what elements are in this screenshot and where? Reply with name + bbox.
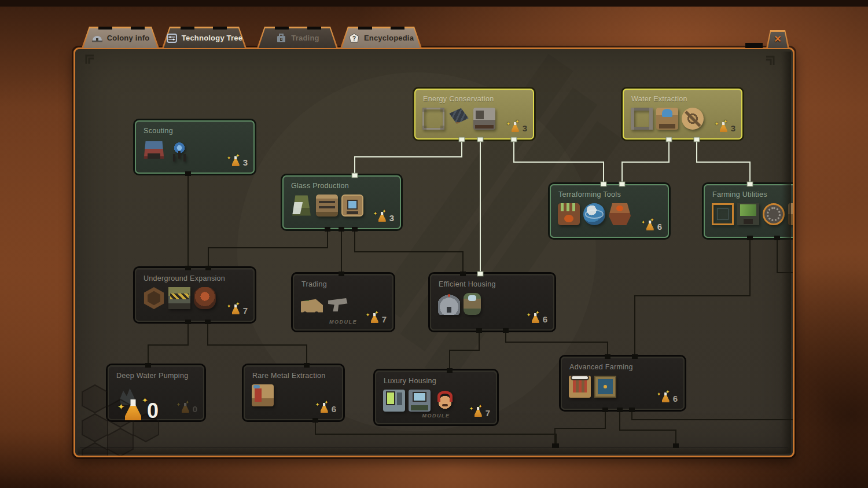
tech-connection xyxy=(632,410,794,420)
tech-connection xyxy=(697,140,750,184)
science-flask-icon xyxy=(125,399,141,420)
tech-node-luxury-housing[interactable]: Luxury HousingMODULE7 xyxy=(375,370,497,424)
tech-node-title: Deep Water Pumping xyxy=(116,372,188,380)
orange-frame-icon xyxy=(712,203,734,225)
tech-connection xyxy=(635,238,750,357)
tech-node-icons xyxy=(301,293,348,315)
tech-node-underground-expansion[interactable]: Underground Expansion7 xyxy=(135,268,255,322)
research-cost: 3 xyxy=(232,156,248,168)
research-cost-value: 6 xyxy=(543,314,547,324)
science-flask-icon xyxy=(532,313,539,323)
panel-right-shade xyxy=(781,52,791,453)
tech-node-efficient-housing[interactable]: Efficient Housing6 xyxy=(430,274,554,331)
water-wheel-icon xyxy=(682,108,704,130)
tech-node-icons xyxy=(290,195,363,217)
science-flask-icon xyxy=(232,304,240,314)
science-flask-icon xyxy=(371,313,378,323)
research-cost: 6 xyxy=(662,392,678,405)
science-flask-icon xyxy=(182,403,189,413)
tech-node-title: Efficient Housing xyxy=(439,280,496,288)
tech-connection xyxy=(620,410,676,446)
science-points-value: 0 xyxy=(147,399,159,423)
tech-node-terraforming-tools[interactable]: Terraforming Tools6 xyxy=(550,184,669,238)
scanner-icon xyxy=(326,293,348,315)
science-flask-icon xyxy=(232,156,240,166)
research-cost: 6 xyxy=(321,403,336,415)
tech-node-title: Scouting xyxy=(144,127,173,135)
tech-connection xyxy=(622,140,669,184)
tech-node-icons xyxy=(422,108,495,130)
research-cost-value: 3 xyxy=(523,123,527,133)
tech-node-title: Terraforming Tools xyxy=(558,190,621,199)
drill-rig-icon xyxy=(168,287,190,309)
tab-technology-tree[interactable]: Technology Tree xyxy=(162,27,247,48)
ore-pot-icon xyxy=(194,287,216,309)
research-cost: 7 xyxy=(371,313,387,325)
tech-node-trading[interactable]: TradingMODULE7 xyxy=(293,274,393,331)
tech-node-icons xyxy=(143,287,216,309)
research-cost-value: 6 xyxy=(332,404,336,414)
scout-rover-icon xyxy=(143,140,165,162)
greenhouse-panel-icon xyxy=(737,203,759,225)
science-flask-icon xyxy=(512,122,519,132)
technology-tree-panel: Scouting3Energy Conservation3Water Extra… xyxy=(73,47,795,457)
hydroponics-rack-icon xyxy=(569,376,591,398)
corner-ornament-icon xyxy=(84,54,95,64)
tech-node-icons xyxy=(558,203,631,225)
close-button[interactable]: ✕ xyxy=(766,30,789,48)
pipe-frame-icon xyxy=(631,108,653,130)
tech-node-energy-conservation[interactable]: Energy Conservation3 xyxy=(414,89,534,140)
tech-node-icons xyxy=(438,293,481,315)
tech-connection xyxy=(555,410,605,446)
tab-label: Technology Tree xyxy=(182,34,242,42)
tab-label: Encyclopedia xyxy=(364,34,414,42)
science-flask-icon xyxy=(321,403,328,413)
tech-node-title: Underground Expansion xyxy=(144,274,225,282)
terraformer-icon xyxy=(558,203,580,225)
tab-trading[interactable]: Trading xyxy=(257,27,338,48)
research-cost-value: 3 xyxy=(389,213,394,223)
tab-encyclopedia[interactable]: ? Encyclopedia xyxy=(340,27,422,48)
tab-label: Trading xyxy=(291,34,319,42)
colony-dome-icon xyxy=(91,33,103,43)
tech-node-advanced-farming[interactable]: Advanced Farming6 xyxy=(561,357,685,410)
tab-colony-info[interactable]: Colony info xyxy=(82,27,159,48)
research-cost: 6 xyxy=(532,313,547,325)
solar-panel-icon xyxy=(448,108,470,130)
tech-node-title: Water Extraction xyxy=(631,95,687,103)
tech-node-scouting[interactable]: Scouting3 xyxy=(135,120,255,174)
close-icon: ✕ xyxy=(766,30,789,48)
tech-node-title: Luxury Housing xyxy=(384,377,436,385)
tech-node-water-extraction[interactable]: Water Extraction3 xyxy=(623,89,742,140)
tech-node-glass-production[interactable]: Glass Production3 xyxy=(282,175,401,229)
encyclopedia-icon: ? xyxy=(348,33,360,43)
svg-text:?: ? xyxy=(352,35,356,42)
science-flask-icon xyxy=(662,392,670,402)
tab-label: Colony info xyxy=(107,34,150,42)
panel-bottom-shade xyxy=(78,446,790,454)
research-cost: 3 xyxy=(378,212,394,224)
tech-node-title: Energy Conservation xyxy=(423,95,494,103)
tech-node-title: Advanced Farming xyxy=(569,363,633,371)
tech-node-title: Trading xyxy=(301,280,327,288)
research-cost: 7 xyxy=(475,407,490,419)
frame-square-icon xyxy=(422,108,444,130)
corner-ornament-icon xyxy=(765,55,775,65)
module-tag: MODULE xyxy=(422,413,450,419)
glazier-bot-icon xyxy=(290,195,312,217)
terra-mech-icon xyxy=(609,203,631,225)
habitat-unit-icon xyxy=(409,390,431,412)
water-extractor-icon xyxy=(656,108,678,130)
research-cost-value: 0 xyxy=(193,404,197,414)
research-cost-value: 7 xyxy=(243,306,248,315)
tech-node-rare-metal-extraction[interactable]: Rare Metal Extraction6 xyxy=(244,365,343,420)
research-cost: 3 xyxy=(720,122,735,134)
research-cost-value: 7 xyxy=(486,408,490,418)
research-cost: 7 xyxy=(232,304,248,317)
tech-node-icons xyxy=(631,108,704,130)
refinery-icon xyxy=(252,384,274,406)
dome-house-icon xyxy=(438,293,460,315)
science-flask-icon xyxy=(646,221,654,230)
trading-locked-icon xyxy=(275,33,287,43)
furnace-icon xyxy=(316,195,338,217)
